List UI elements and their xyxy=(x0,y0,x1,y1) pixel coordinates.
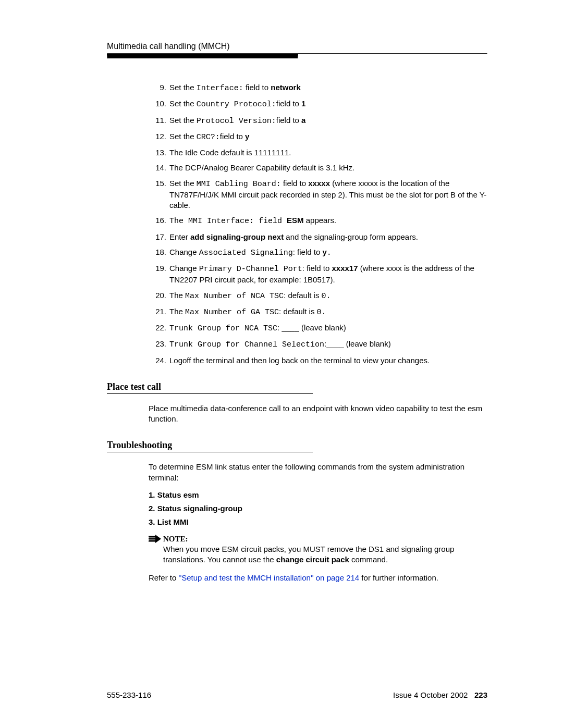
step-item: 9.Set the Interface: field to network xyxy=(149,82,487,94)
bold-text: xxxx17 xyxy=(332,264,358,273)
section-heading-troubleshooting: Troubleshooting xyxy=(107,440,487,451)
step-number: 24. xyxy=(149,355,169,366)
page-footer: 555-233-116 Issue 4 October 2002 223 xyxy=(107,690,487,699)
command-list-item: 1. Status esm xyxy=(149,490,487,499)
bold-text: y xyxy=(245,132,249,141)
step-number: 21. xyxy=(149,306,169,318)
bold-text: xxxxx xyxy=(308,179,330,188)
step-number: 18. xyxy=(149,247,169,258)
document-page: Multimedia call handling (MMCH) 9.Set th… xyxy=(0,0,563,728)
refer-pre: Refer to xyxy=(149,573,179,582)
step-item: 17.Enter add signaling-group next and th… xyxy=(149,232,487,242)
step-item: 19.Change Primary D-Channel Port: field … xyxy=(149,263,487,286)
note-arrow-icon xyxy=(149,534,163,565)
step-body: Set the Protocol Version:field to a xyxy=(169,115,487,127)
command-list-item: 2. Status signaling-group xyxy=(149,504,487,513)
step-item: 11.Set the Protocol Version:field to a xyxy=(149,115,487,127)
step-body: The Idle Code default is 11111111. xyxy=(169,147,487,158)
step-item: 21.The Max Number of GA TSC: default is … xyxy=(149,306,487,318)
step-item: 12.Set the CRC?:field to y xyxy=(149,131,487,143)
mono-text: CRC?: xyxy=(197,133,220,142)
step-number: 16. xyxy=(149,215,169,227)
mono-text: 0. xyxy=(317,308,326,317)
step-body: Enter add signaling-group next and the s… xyxy=(169,232,487,242)
note-text: NOTE: When you move ESM circuit packs, y… xyxy=(163,534,487,565)
step-body: Trunk Group for NCA TSC: ____ (leave bla… xyxy=(169,323,487,334)
bold-text: y xyxy=(322,248,326,256)
refer-link[interactable]: ''Setup and test the MMCH installation''… xyxy=(179,573,360,582)
mono-text: Max Number of NCA TSC xyxy=(185,292,284,301)
step-body: The Max Number of GA TSC: default is 0. xyxy=(169,306,487,318)
step-item: 23.Trunk Group for Channel Selection:___… xyxy=(149,339,487,350)
step-item: 15.Set the MMI Cabling Board: field to x… xyxy=(149,178,487,211)
bold-text: a xyxy=(301,116,305,125)
step-number: 14. xyxy=(149,163,169,173)
header-rule-thick xyxy=(107,54,298,59)
svg-rect-2 xyxy=(149,540,155,541)
step-number: 13. xyxy=(149,147,169,158)
header-title: Multimedia call handling (MMCH) xyxy=(107,42,487,51)
mono-text: Trunk Group for NCA TSC xyxy=(169,324,277,333)
step-item: 14.The DCP/Analog Bearer Capability defa… xyxy=(149,163,487,173)
command-list-item: 3. List MMI xyxy=(149,517,487,526)
section-rule xyxy=(107,452,313,452)
step-item: 13.The Idle Code default is 11111111. xyxy=(149,147,487,158)
step-body: Change Associated Signaling: field to y. xyxy=(169,247,487,258)
step-item: 18.Change Associated Signaling: field to… xyxy=(149,247,487,258)
note-label: NOTE: xyxy=(163,535,188,543)
step-item: 20.The Max Number of NCA TSC: default is… xyxy=(149,290,487,302)
step-item: 22.Trunk Group for NCA TSC: ____ (leave … xyxy=(149,323,487,334)
step-body: The MMI Interface: field ESM appears. xyxy=(169,215,487,227)
mono-text: . xyxy=(327,249,332,257)
step-body: Set the Interface: field to network xyxy=(169,82,487,94)
bold-text: network xyxy=(271,83,301,92)
page-header: Multimedia call handling (MMCH) xyxy=(107,42,487,59)
mono-text: Protocol Version: xyxy=(197,117,276,126)
step-number: 17. xyxy=(149,232,169,242)
step-number: 15. xyxy=(149,178,169,211)
svg-rect-1 xyxy=(149,538,156,539)
step-item: 10.Set the Country Protocol:field to 1 xyxy=(149,98,487,110)
mono-text: MMI Cabling Board: xyxy=(197,180,281,189)
mono-text: Max Number of GA TSC xyxy=(185,308,279,317)
refer-post: for further information. xyxy=(359,573,438,582)
mono-text: Trunk Group for Channel Selection xyxy=(169,340,324,349)
section1-paragraph: Place multimedia data-conference call to… xyxy=(149,403,487,425)
section2-intro: To determine ESM link status enter the f… xyxy=(149,462,487,483)
mono-text: The MMI Interface: field xyxy=(169,217,287,226)
command-list: 1. Status esm2. Status signaling-group3.… xyxy=(149,490,487,526)
note-block: NOTE: When you move ESM circuit packs, y… xyxy=(149,534,487,565)
section-rule xyxy=(107,393,313,394)
step-body: Trunk Group for Channel Selection:____ (… xyxy=(169,339,487,350)
footer-left: 555-233-116 xyxy=(107,690,151,699)
step-body: Change Primary D-Channel Port: field to … xyxy=(169,263,487,286)
bold-text: 1 xyxy=(301,99,305,108)
step-body: The DCP/Analog Bearer Capability default… xyxy=(169,163,487,173)
footer-right: Issue 4 October 2002 223 xyxy=(393,690,487,699)
note-body-post: command. xyxy=(349,555,388,564)
step-body: Set the Country Protocol:field to 1 xyxy=(169,98,487,110)
step-number: 10. xyxy=(149,98,169,110)
step-number: 11. xyxy=(149,115,169,127)
step-body: The Max Number of NCA TSC: default is 0. xyxy=(169,290,487,302)
svg-rect-0 xyxy=(149,536,155,537)
bold-text: ESM xyxy=(287,216,304,225)
step-number: 20. xyxy=(149,290,169,302)
mono-text: Primary D-Channel Port xyxy=(199,265,302,274)
step-number: 22. xyxy=(149,323,169,334)
main-content: 9.Set the Interface: field to network10.… xyxy=(149,82,487,366)
mono-text: Associated Signaling xyxy=(199,249,293,257)
bold-text: add signaling-group next xyxy=(190,232,284,241)
step-number: 19. xyxy=(149,263,169,286)
refer-paragraph: Refer to ''Setup and test the MMCH insta… xyxy=(149,573,487,583)
footer-issue: Issue 4 October 2002 xyxy=(393,690,468,699)
footer-page-number: 223 xyxy=(474,690,487,699)
procedure-steps: 9.Set the Interface: field to network10.… xyxy=(149,82,487,366)
step-number: 23. xyxy=(149,339,169,350)
step-number: 9. xyxy=(149,82,169,94)
mono-text: Country Protocol: xyxy=(197,100,276,109)
step-body: Set the MMI Cabling Board: field to xxxx… xyxy=(169,178,487,211)
step-body: Logoff the terminal and then log back on… xyxy=(169,355,487,366)
mono-text: 0. xyxy=(322,292,331,301)
mono-text: Interface: xyxy=(197,84,243,93)
